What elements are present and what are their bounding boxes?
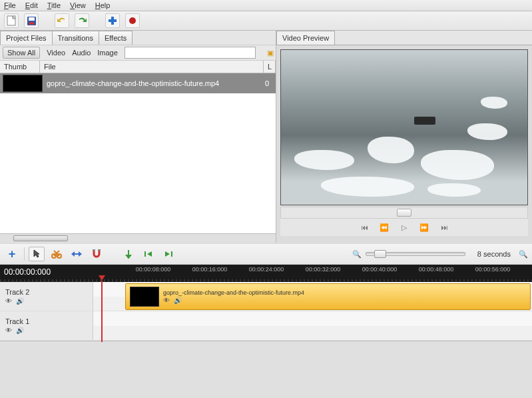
add-track-button[interactable]: + — [4, 247, 20, 261]
right-tabs: Video Preview — [276, 31, 532, 45]
zoom-in-icon[interactable]: 🔍 — [519, 250, 528, 259]
clip-name: gopro_-climate-change-and-the-optimistic… — [163, 289, 304, 296]
jump-start-button[interactable]: ⏮ — [359, 223, 370, 232]
zoom-label: 8 seconds — [473, 250, 515, 258]
left-tabs: Project Files Transitions Effects — [0, 31, 276, 45]
track-header[interactable]: Track 1 👁 🔊 — [0, 311, 93, 340]
zoom-out-icon[interactable]: 🔍 — [352, 250, 362, 259]
current-time: 00:00:00:000 — [4, 267, 51, 277]
redo-button[interactable] — [75, 13, 89, 28]
razor-tool[interactable] — [49, 247, 65, 261]
svg-point-6 — [129, 17, 136, 24]
tracks-area: Track 2 👁 🔊 gopro_-climate-change-and-th… — [0, 282, 532, 341]
audio-icon[interactable]: 🔊 — [16, 327, 24, 334]
clip-thumb — [130, 287, 159, 307]
menu-title[interactable]: Title — [47, 1, 61, 9]
timeline-scrollbar[interactable] — [0, 341, 532, 350]
svg-rect-12 — [144, 251, 146, 257]
record-button[interactable] — [125, 13, 140, 28]
clip-visibility-icon[interactable]: 👁 — [163, 297, 170, 304]
timeline-toolbar: + 🔍 8 seconds 🔍 — [0, 243, 532, 265]
undo-button[interactable] — [55, 13, 69, 28]
new-button[interactable] — [4, 13, 19, 28]
step-forward-button[interactable]: ⏩ — [419, 223, 429, 232]
tab-project-files[interactable]: Project Files — [0, 31, 53, 45]
add-marker-button[interactable] — [121, 247, 136, 261]
ruler-tick: 00:00:08:000 — [136, 266, 171, 273]
track-body[interactable] — [93, 311, 532, 340]
playback-controls: ⏮ ⏪ ▷ ⏩ ⏭ — [280, 219, 528, 236]
select-tool[interactable] — [29, 247, 45, 261]
file-thumb — [3, 75, 43, 92]
filter-show-all[interactable]: Show All — [3, 47, 40, 59]
file-list: gopro_-climate-change-and-the-optimistic… — [0, 73, 276, 233]
search-input[interactable] — [125, 47, 256, 59]
ruler-tick: 00:00:24:000 — [249, 266, 284, 273]
track-header[interactable]: Track 2 👁 🔊 — [0, 282, 93, 311]
menu-file[interactable]: File — [4, 1, 16, 9]
snap-tool[interactable] — [89, 247, 105, 261]
menu-view[interactable]: View — [70, 1, 86, 9]
play-button[interactable]: ▷ — [399, 223, 409, 232]
audio-icon[interactable]: 🔊 — [16, 297, 24, 305]
video-clip[interactable]: gopro_-climate-change-and-the-optimistic… — [125, 283, 531, 310]
prev-marker-button[interactable] — [140, 247, 156, 261]
file-name: gopro_-climate-change-and-the-optimistic… — [47, 79, 265, 87]
playhead[interactable] — [101, 281, 103, 342]
file-length: 0 — [265, 79, 276, 87]
tab-video-preview[interactable]: Video Preview — [276, 31, 335, 45]
svg-rect-10 — [93, 249, 95, 251]
filter-video[interactable]: Video — [47, 49, 65, 57]
tab-effects[interactable]: Effects — [99, 31, 133, 45]
menubar: File Edit Title View Help — [0, 0, 532, 11]
preview-progress[interactable] — [280, 207, 528, 219]
svg-rect-2 — [29, 17, 35, 21]
filter-bar: Show All Video Audio Image ▣ — [0, 45, 276, 61]
svg-rect-11 — [98, 249, 101, 251]
save-button[interactable] — [24, 13, 39, 28]
step-back-button[interactable]: ⏪ — [379, 223, 390, 232]
svg-rect-13 — [171, 251, 172, 257]
boat-shape — [414, 117, 435, 125]
video-preview[interactable] — [280, 49, 528, 205]
ruler-tick: 00:00:40:000 — [362, 266, 398, 273]
ruler-tick: 00:00:48:000 — [419, 266, 454, 273]
left-scrollbar[interactable] — [0, 233, 276, 243]
tab-transitions[interactable]: Transitions — [52, 31, 99, 45]
track-row: Track 1 👁 🔊 — [0, 311, 532, 341]
ruler-tick: 00:00:16:000 — [192, 266, 228, 273]
import-icon[interactable]: ▣ — [265, 49, 276, 57]
time-ruler[interactable]: 00:00:00:000 00:00:08:000 00:00:16:000 0… — [0, 265, 532, 282]
main-toolbar — [0, 11, 532, 31]
clip-audio-icon[interactable]: 🔊 — [174, 297, 182, 304]
track-name: Track 2 — [5, 288, 87, 296]
svg-rect-3 — [29, 22, 34, 25]
visibility-icon[interactable]: 👁 — [5, 297, 12, 305]
col-length[interactable]: L — [264, 61, 276, 73]
svg-rect-5 — [109, 19, 117, 22]
menu-help[interactable]: Help — [95, 1, 111, 9]
preview-area: ⏮ ⏪ ▷ ⏩ ⏭ — [276, 45, 532, 243]
zoom-slider[interactable] — [366, 252, 465, 256]
file-row[interactable]: gopro_-climate-change-and-the-optimistic… — [0, 73, 276, 93]
resize-tool[interactable] — [69, 247, 85, 261]
main-split: Project Files Transitions Effects Show A… — [0, 31, 532, 243]
col-file[interactable]: File — [40, 61, 264, 73]
left-panel: Project Files Transitions Effects Show A… — [0, 31, 276, 243]
right-panel: Video Preview ⏮ ⏪ ▷ ⏩ ⏭ — [276, 31, 532, 243]
track-body[interactable]: gopro_-climate-change-and-the-optimistic… — [93, 282, 532, 311]
jump-end-button[interactable]: ⏭ — [439, 223, 449, 232]
track-name: Track 1 — [5, 317, 87, 325]
svg-rect-9 — [75, 253, 79, 255]
next-marker-button[interactable] — [160, 247, 176, 261]
filter-image[interactable]: Image — [97, 49, 118, 57]
filter-audio[interactable]: Audio — [72, 49, 91, 57]
track-row: Track 2 👁 🔊 gopro_-climate-change-and-th… — [0, 282, 532, 311]
visibility-icon[interactable]: 👁 — [5, 327, 12, 334]
col-thumb[interactable]: Thumb — [0, 61, 40, 73]
ruler-tick: 00:00:56:000 — [475, 266, 511, 273]
file-list-header: Thumb File L — [0, 61, 276, 73]
menu-edit[interactable]: Edit — [25, 1, 38, 9]
ruler-tick: 00:00:32:000 — [306, 266, 341, 273]
add-button[interactable] — [105, 13, 120, 28]
